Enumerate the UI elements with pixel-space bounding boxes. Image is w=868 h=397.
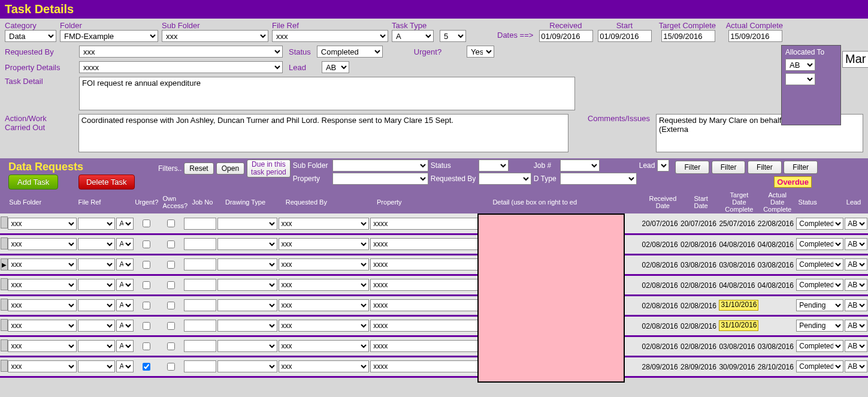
row-own-chk[interactable]: [167, 302, 175, 309]
row-subfolder[interactable]: xxx: [8, 218, 76, 230]
row-jobno[interactable]: [184, 299, 216, 311]
tasktype-n-select[interactable]: 5: [440, 30, 466, 42]
lead-select[interactable]: AB: [322, 61, 349, 73]
row-tt[interactable]: A: [116, 218, 134, 230]
row-own-chk[interactable]: [167, 363, 175, 371]
row-urgent-chk[interactable]: [143, 240, 150, 248]
row-jobno[interactable]: [184, 218, 216, 230]
tasktype-select[interactable]: A: [392, 30, 434, 42]
row-status[interactable]: Completed: [796, 340, 843, 352]
row-lead[interactable]: AB: [845, 238, 867, 250]
received-input[interactable]: [539, 30, 593, 42]
taskdetail-text[interactable]: FOI request re annual expenditure: [79, 77, 575, 110]
subfolder-select[interactable]: xxx: [162, 30, 268, 42]
actionwork-text[interactable]: Coordinated response with Jon Ashley, Du…: [78, 114, 568, 152]
row-selector[interactable]: [1, 319, 8, 331]
row-lead[interactable]: AB: [845, 360, 867, 372]
row-tt[interactable]: A: [116, 258, 134, 270]
row-subfolder[interactable]: xxx: [8, 299, 76, 311]
row-reqby[interactable]: xxx: [279, 258, 370, 270]
row-selector[interactable]: [1, 237, 8, 249]
row-lead[interactable]: AB: [845, 320, 867, 332]
filters-reqby-select[interactable]: [479, 173, 531, 185]
row-tt[interactable]: A: [116, 299, 134, 311]
row-own-chk[interactable]: [167, 261, 175, 269]
row-dtype[interactable]: [217, 320, 277, 332]
row-selector[interactable]: [1, 360, 8, 372]
row-status[interactable]: Pending: [796, 320, 843, 332]
row-jobno[interactable]: [184, 340, 216, 352]
row-lead[interactable]: AB: [845, 340, 867, 352]
actual-input[interactable]: [728, 30, 782, 42]
row-property[interactable]: xxxx: [370, 360, 486, 372]
row-tt[interactable]: A: [116, 320, 134, 332]
filters-status-select[interactable]: [479, 160, 509, 172]
filters-reset-button[interactable]: Reset: [184, 163, 213, 175]
row-status[interactable]: Completed: [796, 238, 843, 250]
row-own-chk[interactable]: [167, 219, 175, 227]
row-tt[interactable]: A: [116, 340, 134, 352]
status-select[interactable]: Completed: [317, 46, 383, 58]
row-selector[interactable]: [1, 216, 8, 228]
row-dtype[interactable]: [217, 299, 277, 311]
filters-due-button[interactable]: Due in this task period: [247, 160, 291, 178]
row-lead[interactable]: AB: [845, 279, 867, 291]
row-dtype[interactable]: [217, 218, 277, 230]
target-input[interactable]: [661, 30, 715, 42]
row-urgent-chk[interactable]: [143, 322, 150, 330]
row-status[interactable]: Completed: [796, 360, 843, 372]
row-status[interactable]: Completed: [796, 218, 843, 230]
row-own-chk[interactable]: [167, 281, 175, 289]
row-reqby[interactable]: xxx: [279, 299, 370, 311]
row-fileref[interactable]: [78, 360, 115, 372]
row-status[interactable]: Pending: [796, 299, 843, 311]
filters-property-select[interactable]: [332, 173, 428, 185]
row-own-chk[interactable]: [167, 240, 175, 248]
filters-dtype-select[interactable]: [560, 173, 637, 185]
row-tt[interactable]: A: [116, 238, 134, 250]
row-fileref[interactable]: [78, 238, 115, 250]
row-urgent-chk[interactable]: [143, 219, 150, 227]
row-fileref[interactable]: [78, 299, 115, 311]
row-property[interactable]: xxxx: [370, 279, 486, 291]
allocated-to-select-2[interactable]: [785, 73, 815, 85]
row-property[interactable]: xxxx: [370, 218, 486, 230]
row-reqby[interactable]: xxx: [279, 340, 370, 352]
row-selector[interactable]: [1, 299, 8, 311]
row-subfolder[interactable]: xxx: [8, 360, 76, 372]
row-lead[interactable]: AB: [845, 299, 867, 311]
row-property[interactable]: xxxx: [370, 238, 486, 250]
row-urgent-chk[interactable]: [143, 281, 150, 289]
row-jobno[interactable]: [184, 258, 216, 270]
row-jobno[interactable]: [184, 238, 216, 250]
row-fileref[interactable]: [78, 218, 115, 230]
detail-edit-box[interactable]: [477, 213, 625, 383]
allocated-to-select-1[interactable]: AB: [785, 59, 815, 71]
row-subfolder[interactable]: xxx: [8, 258, 76, 270]
row-jobno[interactable]: [184, 279, 216, 291]
row-property[interactable]: xxxx: [370, 258, 486, 270]
row-urgent-chk[interactable]: [143, 302, 150, 309]
row-urgent-chk[interactable]: [143, 363, 150, 371]
row-reqby[interactable]: xxx: [279, 238, 370, 250]
row-own-chk[interactable]: [167, 322, 175, 330]
row-subfolder[interactable]: xxx: [8, 320, 76, 332]
add-task-button[interactable]: Add Task: [8, 175, 58, 190]
start-input[interactable]: [598, 30, 652, 42]
row-selector[interactable]: [1, 278, 8, 290]
row-fileref[interactable]: [78, 258, 115, 270]
folder-select[interactable]: FMD-Example: [60, 30, 158, 42]
filter-button-4[interactable]: Filter: [784, 161, 818, 174]
row-own-chk[interactable]: [167, 342, 175, 350]
row-dtype[interactable]: [217, 279, 277, 291]
row-reqby[interactable]: xxx: [279, 320, 370, 332]
filter-button-3[interactable]: Filter: [748, 161, 782, 174]
row-dtype[interactable]: [217, 258, 277, 270]
filters-jobno-select[interactable]: [560, 160, 600, 172]
delete-task-button[interactable]: Delete Task: [78, 175, 135, 190]
row-dtype[interactable]: [217, 238, 277, 250]
row-jobno[interactable]: [184, 360, 216, 372]
row-selector[interactable]: [1, 339, 8, 351]
row-lead[interactable]: AB: [845, 258, 867, 270]
fileref-select[interactable]: xxx: [272, 30, 388, 42]
